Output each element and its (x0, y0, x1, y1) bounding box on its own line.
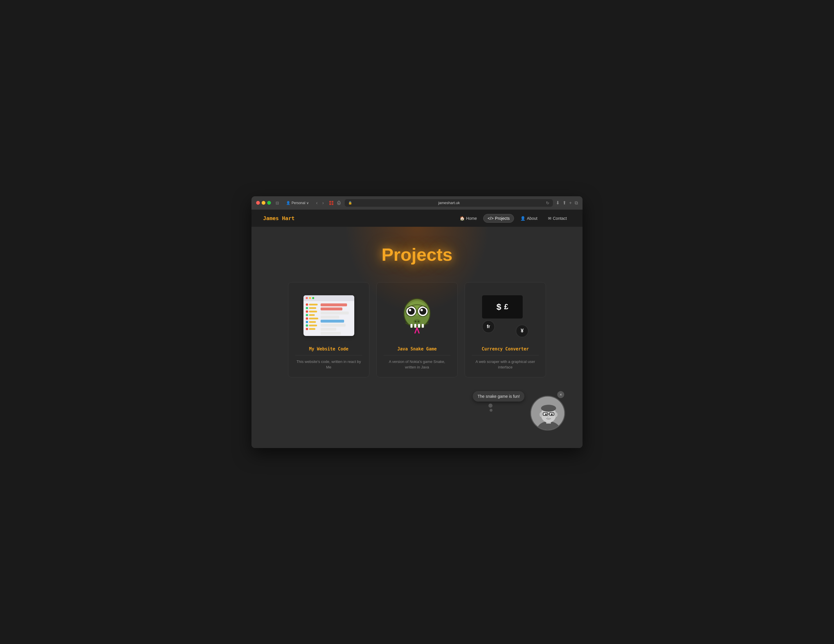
project-image-snake (384, 289, 450, 342)
svg-rect-19 (418, 324, 420, 328)
new-tab-button[interactable]: + (569, 200, 572, 206)
svg-point-9 (408, 308, 415, 315)
page-title: Projects (263, 244, 571, 265)
svg-rect-20 (422, 324, 424, 328)
svg-point-28 (554, 412, 558, 417)
profile-button[interactable]: 👤 Personal ∨ (284, 200, 311, 206)
project-title-website: My Website Code (295, 346, 362, 352)
chat-dot-large (488, 404, 493, 408)
svg-rect-3 (331, 203, 333, 205)
svg-point-32 (551, 413, 553, 415)
dollar-symbol: $ (496, 302, 501, 312)
project-card-website[interactable]: My Website Code This website's code, wri… (288, 282, 369, 378)
avatar-image (531, 397, 564, 430)
svg-point-27 (540, 412, 543, 417)
nav-home[interactable]: 🏠 Home (456, 214, 481, 223)
sidebar-toggle-button[interactable]: ⊟ (274, 200, 281, 206)
profile-icon: 👤 (286, 201, 290, 205)
project-title-currency: Currency Converter (472, 346, 539, 352)
project-image-website (295, 289, 362, 342)
website-content: James Hart 🏠 Home </> Projects 👤 About ✉… (252, 210, 582, 448)
chat-dot-small (490, 409, 493, 412)
lock-icon: 🔒 (348, 201, 352, 205)
minimize-button[interactable] (262, 201, 265, 205)
svg-rect-17 (411, 324, 413, 328)
project-desc-snake: A version of Nokia's game Snake, written… (384, 359, 450, 370)
extension-icon-1[interactable] (328, 200, 334, 206)
nav-links: 🏠 Home </> Projects 👤 About ✉ Contact (456, 214, 571, 223)
svg-point-4 (338, 203, 339, 204)
project-title-snake: Java Snake Game (384, 346, 450, 352)
svg-rect-0 (329, 201, 331, 203)
site-logo: James Hart (263, 215, 294, 221)
close-button[interactable] (256, 201, 260, 205)
back-button[interactable]: ‹ (314, 200, 319, 206)
projects-grid: My Website Code This website's code, wri… (252, 276, 582, 395)
card-divider-3 (472, 355, 539, 355)
extension-icons (328, 200, 342, 206)
project-desc-website: This website's code, written in react by… (295, 359, 362, 370)
svg-rect-1 (331, 201, 333, 203)
currency-illustration: $ £ fr ¥ (479, 292, 532, 339)
svg-rect-18 (414, 324, 416, 328)
nav-contact[interactable]: ✉ Contact (544, 214, 571, 223)
browser-toolbar: ⊟ 👤 Personal ∨ ‹ › (252, 196, 582, 210)
hero-section: Projects (252, 227, 582, 276)
download-button[interactable]: ⬇ (556, 200, 559, 206)
nav-about[interactable]: 👤 About (516, 214, 541, 223)
project-card-currency[interactable]: $ £ fr ¥ Currency Converter A web scrape… (465, 282, 546, 378)
address-bar-wrapper: 🔒 ↻ (345, 199, 553, 207)
windows-button[interactable]: ⧉ (575, 200, 578, 206)
forward-button[interactable]: › (321, 200, 325, 206)
svg-point-14 (414, 319, 420, 324)
site-nav: James Hart 🏠 Home </> Projects 👤 About ✉… (252, 210, 582, 227)
svg-point-15 (415, 321, 416, 322)
chat-indicator-dots (488, 404, 493, 412)
refresh-button[interactable]: ↻ (546, 201, 550, 205)
chevron-down-icon: ∨ (306, 201, 309, 205)
avatar-svg (531, 397, 564, 430)
pound-symbol: £ (504, 302, 508, 311)
svg-point-12 (419, 308, 426, 315)
card-divider-1 (295, 355, 362, 355)
toolbar-actions: ⬇ ⬆ + ⧉ (556, 200, 578, 206)
svg-rect-2 (329, 203, 331, 205)
svg-point-16 (418, 321, 419, 322)
chat-bubble: The snake game is fun! (473, 391, 524, 402)
code-window-illustration (304, 295, 354, 336)
address-bar[interactable] (355, 201, 544, 205)
profile-label: Personal (291, 201, 305, 205)
user-avatar[interactable] (530, 396, 565, 431)
snake-skull-icon (398, 292, 436, 339)
card-divider-2 (384, 355, 450, 355)
currency-card: $ £ (482, 295, 523, 318)
project-desc-currency: A web scraper with a graphical user inte… (472, 359, 539, 370)
browser-window: ⊟ 👤 Personal ∨ ‹ › (252, 196, 582, 448)
chat-message: The snake game is fun! (477, 394, 520, 399)
extension-icon-2[interactable] (336, 200, 342, 206)
nav-arrows: ‹ › (314, 200, 325, 206)
yen-coin: ¥ (516, 324, 529, 337)
nav-projects[interactable]: </> Projects (483, 214, 514, 223)
traffic-lights (256, 201, 271, 205)
project-image-currency: $ £ fr ¥ (472, 289, 539, 342)
svg-point-26 (541, 405, 556, 412)
maximize-button[interactable] (267, 201, 271, 205)
svg-point-13 (420, 309, 423, 311)
franc-coin: fr (482, 320, 495, 333)
share-button[interactable]: ⬆ (562, 200, 566, 206)
svg-point-31 (545, 413, 547, 415)
project-card-snake[interactable]: Java Snake Game A version of Nokia's gam… (377, 282, 457, 378)
svg-point-10 (409, 309, 411, 311)
